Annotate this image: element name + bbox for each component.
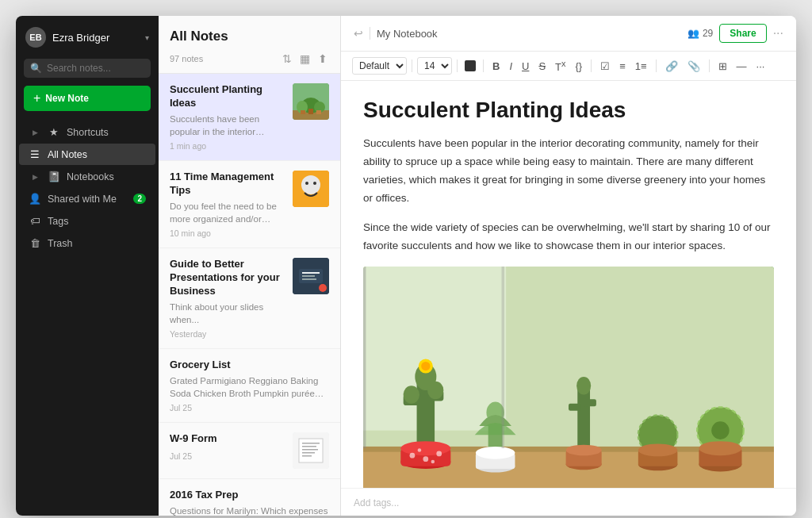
attachment-button[interactable]: 📎 [684,58,704,75]
svg-point-9 [301,175,320,194]
user-menu[interactable]: EB Ezra Bridger ▾ [16,16,159,56]
toolbar-separator [591,59,592,72]
sort-icon[interactable]: ⇅ [281,51,293,67]
sidebar-item-label: Trash [48,238,73,249]
sidebar-item-shortcuts[interactable]: ▶ ★ Shortcuts [19,121,155,143]
list-item[interactable]: 2016 Tax Prep Questions for Marilyn: Whi… [159,479,340,516]
share-button[interactable]: Share [719,24,766,43]
editor-body[interactable]: Succulent Planting Ideas Succulents have… [341,81,796,488]
sidebar-item-label: Shared with Me [48,194,117,205]
numbering-button[interactable]: 1≡ [631,58,651,75]
toolbar-separator [412,59,412,72]
checkbox-button[interactable]: ☑ [596,58,614,75]
svg-rect-75 [363,267,366,448]
svg-point-56 [476,446,515,459]
svg-rect-33 [363,267,506,431]
svg-point-51 [431,459,435,463]
trash-icon: 🗑 [29,237,41,249]
note-count: 97 notes [170,54,276,63]
note-thumbnail [293,258,329,294]
sync-icon[interactable]: ⬆ [316,51,329,67]
notes-scroll[interactable]: Succulent Planting Ideas Succulents have… [159,74,340,516]
svg-rect-57 [577,386,590,452]
more-icon[interactable]: ··· [773,26,783,40]
editor-title: Succulent Planting Ideas [363,97,774,124]
list-item[interactable]: Guide to Better Presentations for your B… [159,248,340,349]
sidebar-item-trash[interactable]: 🗑 Trash [19,232,155,254]
editor-paragraph-1: Succulents have been popular in the inte… [363,135,774,208]
underline-button[interactable]: U [518,58,533,75]
sidebar-item-label: Shortcuts [67,127,109,138]
svg-point-63 [566,444,602,455]
svg-point-49 [436,451,442,456]
list-item[interactable]: Grocery List Grated Parmigiano Reggiano … [159,349,340,423]
note-thumbnail [293,432,329,469]
more-toolbar-button[interactable]: ··· [753,58,769,75]
notebook-name[interactable]: My Notebook [377,28,438,40]
svg-rect-23 [302,452,315,454]
username: Ezra Bridger [52,32,139,44]
toolbar-separator [457,59,458,72]
back-icon[interactable]: ↩ [354,27,363,40]
svg-point-48 [423,456,428,462]
bullets-button[interactable]: ≡ [615,58,630,75]
search-box[interactable]: 🔍 [24,59,151,78]
svg-rect-7 [316,110,321,114]
expand-icon: ▶ [29,173,41,181]
svg-point-39 [404,386,419,404]
font-style-select[interactable]: Default [352,57,407,75]
plus-icon: + [33,91,40,106]
sidebar-item-notebooks[interactable]: ▶ 📓 Notebooks [19,166,155,187]
shared-badge: 2 [133,194,146,204]
search-input[interactable] [47,63,166,74]
svg-point-74 [699,441,741,455]
note-item-title: 11 Time Management Tips [170,171,286,198]
toolbar-separator [483,59,484,72]
note-thumbnail [293,83,329,120]
list-item[interactable]: Succulent Planting Ideas Succulents have… [159,74,340,161]
search-icon: 🔍 [30,63,42,74]
toolbar-separator [709,59,710,72]
svg-point-50 [418,448,422,452]
editor-header-left: ↩ My Notebook [354,27,680,40]
superscript-button[interactable]: Tx [551,56,569,75]
svg-point-47 [410,452,416,458]
color-picker[interactable] [465,60,476,71]
svg-point-46 [400,441,450,455]
tags-icon: 🏷 [29,215,41,227]
svg-point-17 [319,284,327,292]
note-item-preview: Grated Parmigiano Reggiano Baking Soda C… [170,374,329,400]
nav-section: ▶ ★ Shortcuts ☰ All Notes ▶ 📓 Notebooks … [16,121,159,255]
sidebar-item-shared[interactable]: 👤 Shared with Me 2 [19,188,155,209]
italic-button[interactable]: I [505,58,516,75]
editor-toolbar: Default 14 B I U S Tx {} ☑ ≡ 1≡ 🔗 📎 ⊞ — [341,52,796,81]
add-tags[interactable]: Add tags... [354,497,399,508]
svg-rect-22 [302,449,318,451]
svg-rect-16 [302,278,316,280]
font-size-select[interactable]: 14 [417,57,452,75]
new-note-button[interactable]: + New Note [24,86,151,111]
note-item-date: 10 min ago [170,228,286,238]
sidebar-item-tags[interactable]: 🏷 Tags [19,210,155,232]
code-button[interactable]: {} [571,58,586,75]
note-item-title: Succulent Planting Ideas [170,83,286,110]
svg-point-41 [427,381,443,399]
view-icon[interactable]: ▦ [298,51,312,67]
sidebar-item-all-notes[interactable]: ☰ All Notes [19,144,155,165]
image-inner [363,267,774,488]
notes-icon: ☰ [29,148,41,160]
sidebar-item-label: Notebooks [67,171,114,182]
link-button[interactable]: 🔗 [661,58,682,75]
list-item[interactable]: W-9 Form Jul 25 [159,423,340,479]
hr-button[interactable]: — [733,58,751,75]
strikethrough-button[interactable]: S [534,58,550,75]
editor-footer: Add tags... [341,488,796,516]
table-button[interactable]: ⊞ [714,58,731,75]
sidebar-item-label: Tags [48,216,68,227]
note-list-toolbar: 97 notes ⇅ ▦ ⬆ [170,51,329,67]
list-item[interactable]: 11 Time Management Tips Do you feel the … [159,161,340,248]
note-list-title: All Notes [170,29,329,44]
bold-button[interactable]: B [488,58,504,75]
note-item-date: Jul 25 [170,403,329,412]
divider [370,27,370,40]
